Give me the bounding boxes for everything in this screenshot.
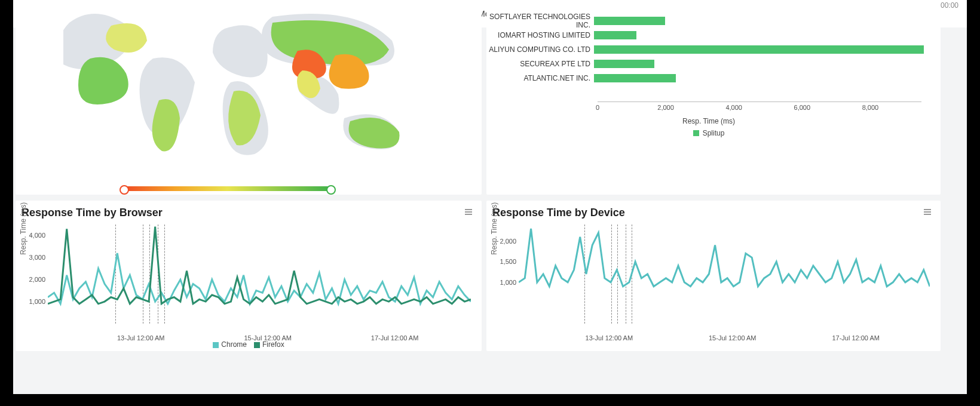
y-axis-ticks: 1,0002,0003,0004,000: [27, 224, 45, 324]
panel-title: Response Time by Browser: [16, 201, 482, 220]
line-svg: [48, 224, 471, 324]
app-frame: OverviewTransactionsDatabaseTracesExcept…: [13, 0, 967, 394]
line-svg: [519, 224, 930, 324]
y-tick: 1,000: [500, 279, 516, 286]
world-map[interactable]: [63, 5, 434, 166]
x-axis-label: Resp. Time (ms): [486, 117, 931, 125]
y-tick: 1,000: [29, 298, 45, 305]
isp-bar-panel: SOFTLAYER TECHNOLOGIES INC.IOMART HOSTIN…: [486, 0, 941, 195]
isp-bar[interactable]: [594, 60, 654, 68]
isp-row: ATLANTIC.NET INC.: [486, 72, 931, 85]
y-axis-label: Resp. Time (ms): [490, 202, 498, 255]
isp-row: SOFTLAYER TECHNOLOGIES INC.: [486, 14, 931, 27]
legend-swatch: [213, 342, 219, 348]
panel-title: Response Time by Device: [486, 201, 941, 220]
legend-swatch: [254, 342, 260, 348]
x-tick: 17-Jul 12:00 AM: [832, 334, 880, 342]
browser-line-chart[interactable]: [48, 224, 471, 324]
isp-legend: Splitup: [486, 129, 931, 137]
panel-menu-icon[interactable]: [465, 208, 474, 217]
isp-row-label: SOFTLAYER TECHNOLOGIES INC.: [486, 13, 594, 29]
isp-bar[interactable]: [594, 31, 636, 39]
series-line: [48, 253, 471, 304]
isp-bar[interactable]: [594, 17, 665, 25]
legend-swatch: [693, 130, 699, 136]
y-tick: 4,000: [29, 232, 45, 239]
world-map-panel: 00.50.70.850.9411,000: [16, 0, 482, 195]
legend-label: Firefox: [262, 340, 284, 349]
y-tick: 3,000: [29, 254, 45, 261]
device-line-panel: Response Time by Device Resp. Time (ms) …: [486, 201, 941, 351]
isp-row: ALIYUN COMPUTING CO. LTD: [486, 43, 931, 56]
legend-label: Chrome: [221, 340, 247, 349]
panel-menu-icon[interactable]: [924, 208, 933, 217]
isp-row-label: ALIYUN COMPUTING CO. LTD: [486, 45, 594, 54]
map-legend-gradient: [123, 186, 332, 191]
x-tick: 15-Jul 12:00 AM: [709, 334, 757, 342]
y-tick: 1,500: [500, 258, 516, 265]
y-axis-ticks: 1,0001,5002,000: [498, 224, 516, 324]
x-tick: 13-Jul 12:00 AM: [586, 334, 633, 342]
y-tick: 2,000: [29, 276, 45, 283]
isp-row: IOMART HOSTING LIMITED: [486, 29, 931, 42]
series-line: [519, 229, 930, 287]
isp-row-label: SECUREAX PTE LTD: [486, 60, 594, 68]
legend-item[interactable]: Chrome: [213, 340, 247, 349]
legend-label: Splitup: [703, 129, 725, 137]
browser-legend: ChromeFirefox: [16, 340, 482, 349]
y-tick: 2,000: [500, 238, 516, 245]
device-line-chart[interactable]: [519, 224, 930, 324]
y-axis-label: Resp. Time (ms): [19, 202, 27, 255]
x-tick: 6,000: [794, 104, 811, 111]
isp-bar-chart[interactable]: SOFTLAYER TECHNOLOGIES INC.IOMART HOSTIN…: [486, 11, 931, 130]
isp-row-label: IOMART HOSTING LIMITED: [486, 31, 594, 39]
isp-bar[interactable]: [594, 74, 676, 82]
x-tick: 0: [596, 104, 599, 111]
legend-item[interactable]: Firefox: [254, 340, 284, 349]
isp-row: SECUREAX PTE LTD: [486, 57, 931, 70]
isp-bar[interactable]: [594, 45, 924, 54]
x-axis-line: [598, 102, 921, 102]
isp-row-label: ATLANTIC.NET INC.: [486, 74, 594, 82]
x-tick: 8,000: [862, 104, 879, 111]
x-tick: 4,000: [725, 104, 742, 111]
x-tick: 2,000: [657, 104, 674, 111]
world-map-svg: [63, 5, 434, 166]
browser-line-panel: Response Time by Browser Resp. Time (ms)…: [16, 201, 482, 351]
